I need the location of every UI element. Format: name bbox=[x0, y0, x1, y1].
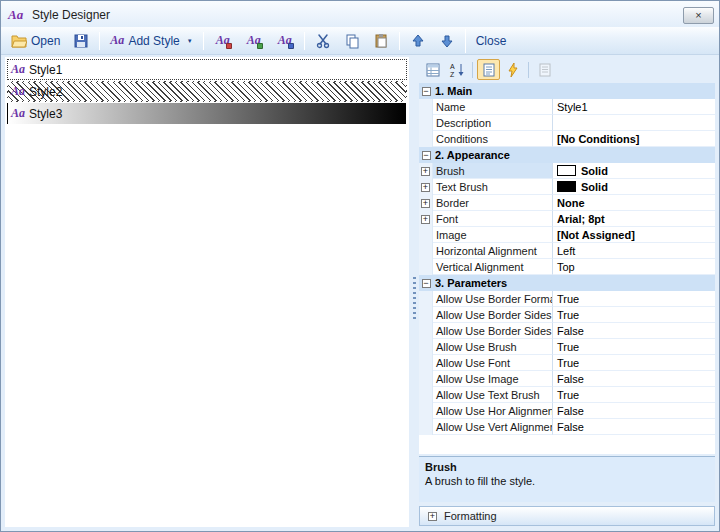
property-value-text: False bbox=[557, 405, 584, 417]
copy-button[interactable] bbox=[338, 30, 366, 52]
move-up-button[interactable] bbox=[404, 30, 432, 52]
style-designer-window: Aa Style Designer × Open Aa Add Style ▼ … bbox=[0, 0, 720, 532]
brush-color-swatch bbox=[557, 165, 576, 176]
property-value[interactable]: Arial; 8pt bbox=[553, 211, 715, 227]
property-name[interactable]: Vertical Alignment bbox=[433, 259, 553, 275]
property-name[interactable]: Font bbox=[433, 211, 553, 227]
property-name[interactable]: Allow Use Border Sides bbox=[433, 307, 553, 323]
category-row-appearance[interactable]: − 2. Appearance bbox=[419, 147, 715, 163]
style-list-item-style2[interactable]: Aa Style2 bbox=[7, 81, 407, 102]
chevron-down-icon[interactable]: ▼ bbox=[187, 38, 193, 44]
property-value[interactable]: True bbox=[553, 355, 715, 371]
property-name[interactable]: Name bbox=[433, 99, 553, 115]
properties-page-button[interactable] bbox=[477, 59, 500, 80]
alphabetical-view-button[interactable]: AZ bbox=[445, 59, 468, 80]
property-name[interactable]: Allow Use Image bbox=[433, 371, 553, 387]
property-name[interactable]: Allow Use Text Brush bbox=[433, 387, 553, 403]
collapse-icon[interactable]: − bbox=[422, 151, 431, 160]
cut-button[interactable] bbox=[309, 30, 337, 52]
property-name[interactable]: Allow Use Border Format bbox=[433, 291, 553, 307]
property-row-allow-use-brush[interactable]: Allow Use Brush True bbox=[419, 339, 715, 355]
property-value[interactable]: [Not Assigned] bbox=[553, 227, 715, 243]
category-row-parameters[interactable]: − 3. Parameters bbox=[419, 275, 715, 291]
property-row-name[interactable]: Name Style1 bbox=[419, 99, 715, 115]
open-button[interactable]: Open bbox=[5, 30, 66, 52]
property-value[interactable] bbox=[553, 115, 715, 131]
get-style-button[interactable]: Aa bbox=[239, 30, 269, 52]
property-value[interactable]: Solid bbox=[553, 179, 715, 195]
property-name[interactable]: Allow Use Brush bbox=[433, 339, 553, 355]
property-name[interactable]: Allow Use Border Sides f bbox=[433, 323, 553, 339]
create-style-collection-button[interactable]: Aa bbox=[208, 30, 238, 52]
expand-icon[interactable]: + bbox=[421, 167, 430, 176]
property-name[interactable]: Conditions bbox=[433, 131, 553, 147]
property-value-text: [No Conditions] bbox=[557, 133, 639, 145]
property-value[interactable]: False bbox=[553, 419, 715, 435]
property-value[interactable]: True bbox=[553, 339, 715, 355]
expand-icon[interactable]: + bbox=[428, 512, 437, 521]
property-row-allow-use-image[interactable]: Allow Use Image False bbox=[419, 371, 715, 387]
formatting-panel-header[interactable]: + Formatting bbox=[419, 506, 715, 526]
vertical-splitter[interactable] bbox=[409, 57, 419, 527]
style-list-item-style3[interactable]: Aa Style3 bbox=[7, 103, 407, 124]
property-row-brush[interactable]: + Brush Solid bbox=[419, 163, 715, 179]
events-page-button[interactable] bbox=[501, 59, 524, 80]
property-value[interactable]: Style1 bbox=[553, 99, 715, 115]
property-row-allow-use-border-sides-from[interactable]: Allow Use Border Sides f False bbox=[419, 323, 715, 339]
expand-icon[interactable]: + bbox=[421, 215, 430, 224]
property-row-allow-use-font[interactable]: Allow Use Font True bbox=[419, 355, 715, 371]
property-name[interactable]: Border bbox=[433, 195, 553, 211]
property-value[interactable]: False bbox=[553, 371, 715, 387]
row-indent: + bbox=[419, 179, 433, 195]
save-button[interactable] bbox=[67, 30, 95, 52]
move-down-button[interactable] bbox=[433, 30, 461, 52]
row-indent: + bbox=[419, 163, 433, 179]
property-name[interactable]: Image bbox=[433, 227, 553, 243]
add-style-button[interactable]: Aa Add Style ▼ bbox=[104, 30, 198, 52]
property-row-allow-use-border-format[interactable]: Allow Use Border Format True bbox=[419, 291, 715, 307]
property-name[interactable]: Horizontal Alignment bbox=[433, 243, 553, 259]
expand-icon[interactable]: + bbox=[421, 183, 430, 192]
property-value[interactable]: False bbox=[553, 403, 715, 419]
property-row-border[interactable]: + Border None bbox=[419, 195, 715, 211]
property-row-allow-use-text-brush[interactable]: Allow Use Text Brush True bbox=[419, 387, 715, 403]
categorized-view-button[interactable] bbox=[421, 59, 444, 80]
category-row-main[interactable]: − 1. Main bbox=[419, 83, 715, 99]
property-value[interactable]: True bbox=[553, 387, 715, 403]
property-row-conditions[interactable]: Conditions [No Conditions] bbox=[419, 131, 715, 147]
expand-icon[interactable]: + bbox=[421, 199, 430, 208]
property-name[interactable]: Text Brush bbox=[433, 179, 553, 195]
close-button[interactable]: Close bbox=[470, 30, 513, 52]
paste-button[interactable] bbox=[367, 30, 395, 52]
property-value[interactable]: Left bbox=[553, 243, 715, 259]
property-value-text: Style1 bbox=[557, 101, 588, 113]
property-row-text-brush[interactable]: + Text Brush Solid bbox=[419, 179, 715, 195]
property-name[interactable]: Allow Use Font bbox=[433, 355, 553, 371]
window-close-button[interactable]: × bbox=[683, 7, 714, 24]
toolbar: Open Aa Add Style ▼ Aa Aa Aa bbox=[1, 27, 719, 55]
property-name[interactable]: Allow Use Vert Alignmen bbox=[433, 419, 553, 435]
property-row-image[interactable]: Image [Not Assigned] bbox=[419, 227, 715, 243]
property-row-allow-use-hor-alignment[interactable]: Allow Use Hor Alignment False bbox=[419, 403, 715, 419]
property-value[interactable]: False bbox=[553, 323, 715, 339]
property-row-horizontal-alignment[interactable]: Horizontal Alignment Left bbox=[419, 243, 715, 259]
property-name[interactable]: Brush bbox=[433, 163, 553, 179]
property-value[interactable]: [No Conditions] bbox=[553, 131, 715, 147]
property-row-font[interactable]: + Font Arial; 8pt bbox=[419, 211, 715, 227]
property-name[interactable]: Allow Use Hor Alignment bbox=[433, 403, 553, 419]
property-row-allow-use-vert-alignment[interactable]: Allow Use Vert Alignmen False bbox=[419, 419, 715, 435]
style-list-item-style1[interactable]: Aa Style1 bbox=[7, 59, 407, 80]
property-value[interactable]: True bbox=[553, 307, 715, 323]
property-row-description[interactable]: Description bbox=[419, 115, 715, 131]
collapse-icon[interactable]: − bbox=[422, 87, 431, 96]
property-row-vertical-alignment[interactable]: Vertical Alignment Top bbox=[419, 259, 715, 275]
property-row-allow-use-border-sides[interactable]: Allow Use Border Sides True bbox=[419, 307, 715, 323]
property-value[interactable]: True bbox=[553, 291, 715, 307]
property-name[interactable]: Description bbox=[433, 115, 553, 131]
apply-style-button[interactable]: Aa bbox=[270, 30, 300, 52]
row-indent bbox=[419, 419, 433, 435]
property-value[interactable]: Top bbox=[553, 259, 715, 275]
property-value[interactable]: None bbox=[553, 195, 715, 211]
property-value[interactable]: Solid bbox=[553, 163, 715, 179]
collapse-icon[interactable]: − bbox=[422, 279, 431, 288]
